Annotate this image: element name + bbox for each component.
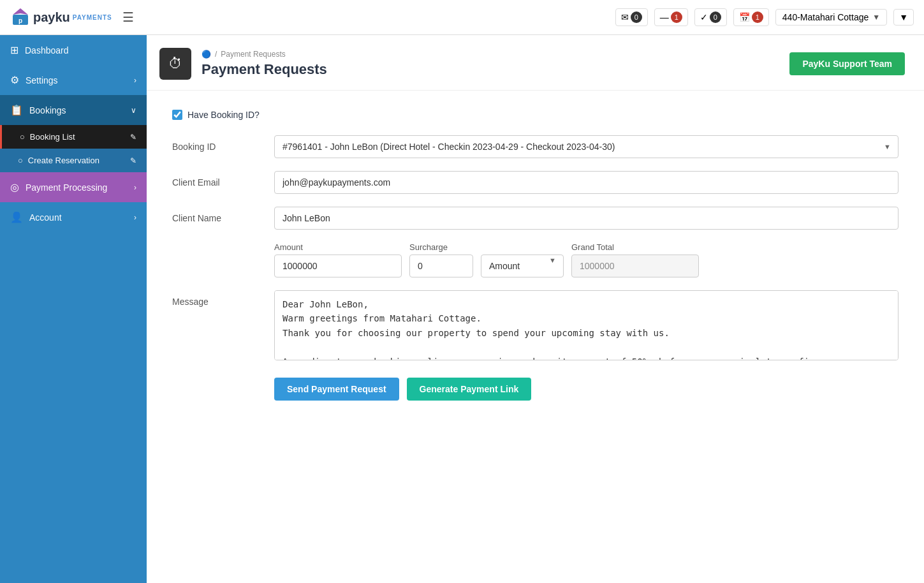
generate-payment-link-button[interactable]: Generate Payment Link [407, 378, 532, 401]
sidebar-dashboard-inner: ⊞ Dashboard [10, 44, 69, 56]
grand-total-group: Grand Total [571, 242, 699, 277]
bookings-icon: 📋 [10, 104, 23, 116]
payment-processing-inner: ◎ Payment Processing [10, 181, 107, 193]
sidebar-dashboard-label: Dashboard [25, 45, 69, 55]
sidebar-item-bookings[interactable]: 📋 Bookings ∨ [0, 95, 147, 125]
amount-label: Amount [274, 242, 402, 252]
account-arrow-icon: › [134, 213, 136, 222]
have-booking-id-row: Have Booking ID? [172, 110, 898, 120]
content-area: ⏱ 🔵 / Payment Requests Payment Requests … [147, 35, 924, 583]
topbar: p payku PAYMENTS ☰ ✉ 0 — 1 ✓ 0 📅 1 440-M… [0, 0, 924, 35]
main-layout: ⊞ Dashboard ⚙ Settings › 📋 Bookings ∨ ○ … [0, 35, 924, 583]
notification-minus[interactable]: — 1 [654, 8, 688, 26]
create-reservation-dot-icon: ○ [18, 156, 23, 165]
button-row: Send Payment Request Generate Payment Li… [172, 378, 898, 401]
sidebar-bookings-label: Bookings [29, 105, 66, 115]
calendar-icon: 📅 [739, 12, 750, 22]
account-icon: 👤 [10, 211, 23, 223]
booking-id-label: Booking ID [172, 135, 274, 152]
client-name-label: Client Name [172, 207, 274, 223]
settings-icon: ⚙ [10, 74, 19, 86]
email-badge: 0 [631, 11, 642, 23]
notification-check[interactable]: ✓ 0 [694, 8, 727, 26]
property-dropdown-arrow: ▼ [872, 13, 880, 22]
sidebar-item-payment-processing[interactable]: ◎ Payment Processing › [0, 172, 147, 202]
message-row: Message Dear John LeBon, Warm greetings … [172, 290, 898, 362]
content-header: ⏱ 🔵 / Payment Requests Payment Requests … [147, 35, 924, 91]
svg-marker-0 [13, 8, 28, 15]
sidebar-payment-processing-label: Payment Processing [26, 182, 107, 193]
breadcrumb-separator: / [215, 50, 217, 59]
check-badge: 0 [710, 11, 721, 23]
create-reservation-inner: ○ Create Reservation [18, 156, 99, 165]
amount-fields-wrap: Amount Surcharge Amount Percentage [274, 242, 898, 277]
surcharge-type-select[interactable]: Amount Percentage [481, 255, 564, 277]
sidebar: ⊞ Dashboard ⚙ Settings › 📋 Bookings ∨ ○ … [0, 35, 147, 583]
page-title: Payment Requests [202, 61, 327, 78]
minus-badge: 1 [671, 11, 682, 23]
notification-email[interactable]: ✉ 0 [615, 8, 648, 26]
sidebar-bookings-inner: 📋 Bookings [10, 104, 66, 116]
svg-text:p: p [18, 17, 22, 24]
sidebar-booking-list-label: Booking List [30, 132, 75, 142]
booking-id-select[interactable]: #7961401 - John LeBon (Direct Hotel - Ch… [274, 135, 898, 158]
have-booking-id-label: Have Booking ID? [187, 110, 260, 120]
amount-section-label [172, 242, 274, 249]
sidebar-item-settings[interactable]: ⚙ Settings › [0, 65, 147, 95]
settings-arrow-icon: › [134, 76, 136, 85]
surcharge-type-spacer [481, 242, 564, 252]
support-button[interactable]: PayKu Support Team [789, 52, 905, 75]
notification-calendar[interactable]: 📅 1 [733, 8, 769, 26]
booking-list-edit-icon: ✎ [130, 133, 136, 142]
topbar-caret-button[interactable]: ▼ [893, 9, 914, 26]
breadcrumb-icon: 🔵 [202, 50, 211, 59]
booking-id-select-wrap: #7961401 - John LeBon (Direct Hotel - Ch… [274, 135, 898, 158]
logo-payments: PAYMENTS [73, 14, 112, 21]
surcharge-input[interactable] [409, 255, 473, 277]
grand-total-label: Grand Total [571, 242, 699, 252]
dashboard-icon: ⊞ [10, 44, 18, 56]
client-name-wrap [274, 207, 898, 230]
sidebar-item-booking-list[interactable]: ○ Booking List ✎ [0, 125, 147, 149]
client-name-row: Client Name [172, 207, 898, 230]
sidebar-item-dashboard[interactable]: ⊞ Dashboard [0, 35, 147, 65]
breadcrumb: 🔵 / Payment Requests [202, 50, 327, 59]
page-icon-symbol: ⏱ [168, 55, 182, 72]
message-textarea[interactable]: Dear John LeBon, Warm greetings from Mat… [274, 290, 898, 360]
sidebar-item-create-reservation[interactable]: ○ Create Reservation ✎ [0, 149, 147, 172]
sidebar-settings-label: Settings [26, 75, 58, 85]
minus-icon: — [660, 12, 669, 22]
page-icon: ⏱ [159, 48, 191, 80]
sidebar-sub-menu: ○ Booking List ✎ ○ Create Reservation ✎ [0, 125, 147, 172]
form-container: Have Booking ID? Booking ID #7961401 - J… [147, 91, 924, 420]
content-header-left: ⏱ 🔵 / Payment Requests Payment Requests [159, 48, 327, 80]
logo-payku: payku [33, 10, 70, 25]
surcharge-label: Surcharge [409, 242, 473, 252]
client-name-input[interactable] [274, 207, 898, 230]
message-label: Message [172, 290, 274, 307]
payment-processing-arrow-icon: › [134, 183, 136, 192]
amount-group: Amount [274, 242, 402, 277]
client-email-input[interactable] [274, 171, 898, 194]
bookings-arrow-icon: ∨ [131, 106, 136, 115]
booking-list-inner: ○ Booking List [20, 132, 75, 142]
caret-down-icon: ▼ [899, 12, 908, 22]
sidebar-settings-inner: ⚙ Settings [10, 74, 58, 86]
sidebar-create-reservation-label: Create Reservation [28, 156, 99, 165]
grand-total-input [571, 255, 699, 277]
amount-input[interactable] [274, 255, 402, 277]
client-email-wrap [274, 171, 898, 194]
sidebar-item-account[interactable]: 👤 Account › [0, 202, 147, 232]
booking-list-dot-icon: ○ [20, 132, 25, 142]
client-email-row: Client Email [172, 171, 898, 194]
have-booking-id-checkbox[interactable] [172, 110, 182, 120]
booking-id-row: Booking ID #7961401 - John LeBon (Direct… [172, 135, 898, 158]
hamburger-icon[interactable]: ☰ [122, 10, 134, 25]
send-payment-request-button[interactable]: Send Payment Request [274, 378, 399, 401]
breadcrumb-parent: Payment Requests [221, 50, 285, 59]
logo[interactable]: p payku PAYMENTS [10, 7, 112, 27]
message-wrap: Dear John LeBon, Warm greetings from Mat… [274, 290, 898, 362]
property-selector[interactable]: 440-Matahari Cottage ▼ [775, 9, 887, 26]
email-icon: ✉ [621, 12, 629, 22]
logo-icon: p [10, 7, 31, 27]
